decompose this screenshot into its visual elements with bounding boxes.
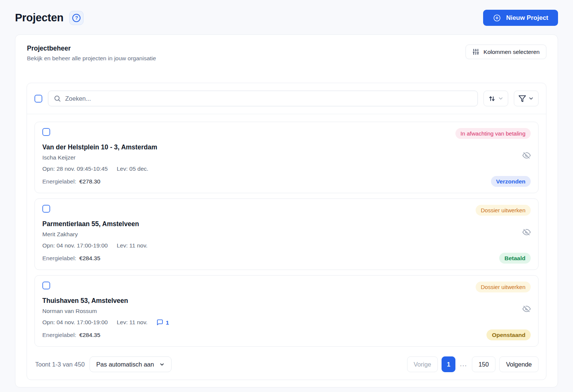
- project-checkbox[interactable]: [42, 282, 50, 289]
- page-size-label: Pas automatisch aan: [96, 361, 154, 368]
- product-label: Energielabel:: [42, 332, 76, 338]
- new-project-label: Nieuw Project: [506, 14, 548, 22]
- select-columns-button[interactable]: Kolommen selecteren: [466, 45, 546, 59]
- payment-status-badge: Openstaand: [486, 329, 531, 340]
- project-management-panel: Projectbeheer Bekijk en beheer alle proj…: [15, 34, 558, 388]
- page-size-select[interactable]: Pas automatisch aan: [90, 356, 172, 372]
- topbar: Projecten ? Nieuw Project: [0, 0, 573, 26]
- next-page-button[interactable]: Volgende: [499, 356, 539, 372]
- funnel-icon: [518, 95, 526, 103]
- search-input[interactable]: [65, 95, 472, 102]
- opname-date: Opn: 28 nov. 09:45-10:45: [42, 165, 108, 172]
- select-columns-label: Kolommen selecteren: [483, 49, 540, 55]
- project-title: Van der Helstplein 10 - 3, Amsterdam: [42, 143, 531, 151]
- panel-title: Projectbeheer: [27, 45, 156, 52]
- panel-subtitle: Bekijk en beheer alle projecten in jouw …: [27, 55, 156, 62]
- project-checkbox[interactable]: [42, 128, 50, 136]
- previous-page-button[interactable]: Vorige: [407, 356, 438, 372]
- project-price: €284.35: [79, 332, 100, 338]
- workflow-status-badge: Dossier uitwerken: [476, 205, 531, 216]
- sort-button[interactable]: [483, 91, 508, 106]
- eye-off-icon[interactable]: [522, 151, 531, 159]
- eye-off-icon[interactable]: [522, 228, 531, 236]
- new-project-button[interactable]: Nieuw Project: [483, 10, 558, 26]
- chevron-down-icon: [528, 95, 534, 101]
- sliders-icon: [472, 48, 479, 55]
- comments-chip[interactable]: 1: [157, 319, 169, 326]
- project-list: In afwachting van betaling Van der Helst…: [27, 83, 546, 380]
- chevron-down-icon: [159, 362, 165, 367]
- page-button-150[interactable]: 150: [472, 356, 496, 372]
- help-button[interactable]: ?: [69, 11, 84, 25]
- results-count: Toont 1-3 van 450: [34, 361, 85, 368]
- page-title: Projecten: [15, 12, 63, 24]
- opname-date: Opn: 04 nov. 17:00-19:00: [42, 319, 108, 326]
- eye-off-icon[interactable]: [522, 305, 531, 313]
- project-contact: Ischa Keijzer: [42, 154, 531, 161]
- plus-circle-icon: [493, 14, 501, 22]
- project-card[interactable]: Dossier uitwerken Thuishaven 53, Amstelv…: [34, 275, 539, 347]
- sort-arrows-icon: [488, 95, 496, 103]
- delivery-date: Lev: 05 dec.: [117, 165, 148, 172]
- workflow-status-badge: Dossier uitwerken: [476, 282, 531, 292]
- workflow-status-badge: In afwachting van betaling: [455, 128, 531, 139]
- pagination-ellipsis: ...: [459, 361, 468, 368]
- project-contact: Merit Zakhary: [42, 231, 531, 238]
- filter-button[interactable]: [514, 91, 539, 106]
- project-price: €278.30: [79, 178, 100, 185]
- question-circle-icon: ?: [72, 14, 81, 22]
- project-checkbox[interactable]: [42, 205, 50, 213]
- project-title: Thuishaven 53, Amstelveen: [42, 297, 531, 305]
- search-box: [48, 91, 478, 106]
- project-card[interactable]: In afwachting van betaling Van der Helst…: [34, 122, 539, 193]
- project-price: €284.35: [79, 255, 100, 261]
- comment-bubble-icon: [157, 319, 163, 326]
- search-icon: [54, 95, 61, 102]
- comments-count: 1: [166, 319, 169, 326]
- delivery-date: Lev: 11 nov.: [117, 319, 148, 326]
- product-label: Energielabel:: [42, 255, 76, 261]
- list-toolbar: [27, 83, 546, 114]
- page-button-1[interactable]: 1: [442, 356, 455, 372]
- list-footer: Toont 1-3 van 450 Pas automatisch aan Vo…: [27, 354, 546, 380]
- select-all-checkbox[interactable]: [34, 95, 42, 103]
- project-contact: Norman van Rossum: [42, 308, 531, 314]
- pagination: Vorige 1 ... 150 Volgende: [407, 356, 539, 372]
- delivery-date: Lev: 11 nov.: [117, 242, 148, 249]
- project-card[interactable]: Dossier uitwerken Parmentierlaan 55, Ams…: [34, 198, 539, 270]
- payment-status-badge: Verzonden: [491, 176, 531, 187]
- payment-status-badge: Betaald: [499, 253, 531, 264]
- chevron-down-icon: [498, 95, 504, 101]
- project-title: Parmentierlaan 55, Amstelveen: [42, 220, 531, 228]
- product-label: Energielabel:: [42, 178, 76, 185]
- opname-date: Opn: 04 nov. 17:00-19:00: [42, 242, 108, 249]
